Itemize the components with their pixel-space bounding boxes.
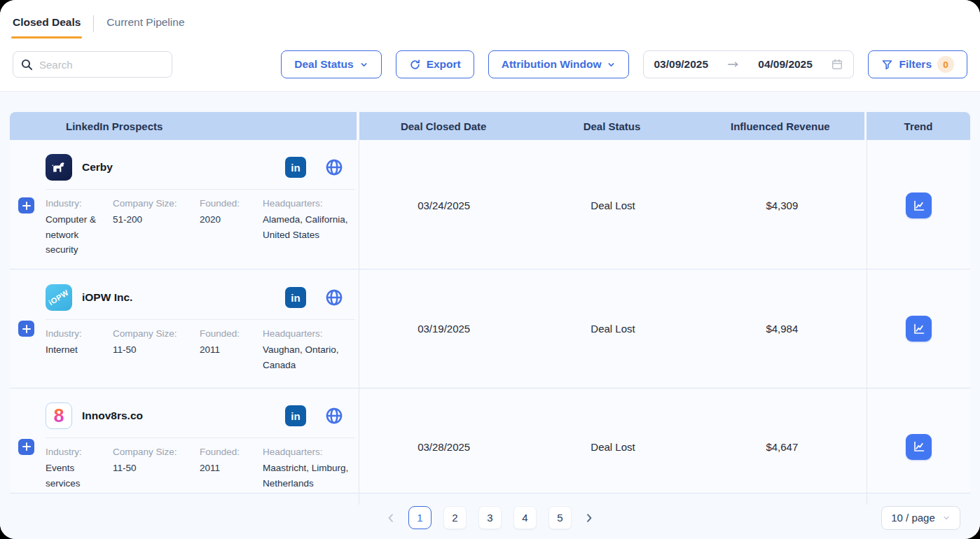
info-founded: Founded: 2020	[200, 198, 253, 258]
info-value: 2011	[200, 461, 253, 476]
trend-cell	[867, 140, 970, 272]
company-logo: 8	[46, 402, 72, 429]
toolbar-actions: Deal Status Export Attribution Window	[281, 50, 967, 78]
trend-chart-button[interactable]	[906, 316, 932, 342]
deal-status-cell: Deal Lost	[528, 441, 697, 453]
info-label: Headquarters:	[263, 447, 355, 457]
info-founded: Founded: 2011	[200, 328, 253, 372]
date-start: 03/09/2025	[654, 58, 708, 71]
info-industry: Industry: Events services	[46, 447, 103, 491]
search-box[interactable]	[13, 51, 172, 78]
prospect-cell: 8 Innov8rs.co in Industry:	[10, 388, 359, 505]
linkedin-icon[interactable]: in	[285, 405, 306, 426]
info-label: Founded:	[200, 198, 253, 209]
row-values: 03/28/2025 Deal Lost $4,647	[359, 388, 867, 505]
company-header: iOPW iOPW Inc. in	[46, 284, 355, 319]
info-label: Industry:	[46, 447, 103, 457]
info-label: Headquarters:	[263, 328, 355, 339]
attribution-window-dropdown[interactable]: Attribution Window	[488, 50, 630, 78]
chevron-down-icon	[942, 514, 951, 522]
info-label: Industry:	[46, 198, 103, 209]
calendar-icon	[831, 58, 843, 71]
funnel-icon	[881, 59, 893, 71]
company-logo: iOPW	[46, 284, 72, 311]
table-section: LinkedIn Prospects Deal Closed Date Deal…	[0, 92, 980, 539]
deal-status-cell: Deal Lost	[528, 200, 697, 211]
globe-icon[interactable]	[324, 406, 344, 426]
attribution-window-label: Attribution Window	[502, 58, 602, 71]
page-button-4[interactable]: 4	[513, 506, 537, 529]
company-info: Industry: Internet Company Size: 11-50 F…	[46, 320, 355, 372]
company-links: in	[285, 157, 355, 178]
info-value: 11-50	[113, 461, 190, 476]
info-value: 51-200	[113, 212, 190, 227]
company-block: iOPW iOPW Inc. in Industry:	[46, 284, 355, 372]
info-company-size: Company Size: 11-50	[113, 328, 190, 372]
column-header-deal-status: Deal Status	[527, 120, 696, 132]
info-value: Computer & network security	[46, 212, 103, 258]
page-button-2[interactable]: 2	[443, 506, 467, 529]
company-block: Cerby in Industry: Computer & network s	[46, 154, 355, 258]
top-section: Closed Deals Current Pipeline Deal Statu…	[0, 0, 980, 92]
info-label: Company Size:	[113, 198, 190, 209]
header-label: Trend	[904, 120, 933, 132]
previous-page-icon[interactable]	[385, 512, 396, 524]
info-value: 2020	[200, 212, 253, 227]
deal-closed-date-cell: 03/19/2025	[359, 323, 528, 335]
deal-status-label: Deal Status	[294, 58, 353, 71]
date-range-picker[interactable]: 03/09/2025 04/09/2025	[643, 50, 854, 78]
company-header: Cerby in	[46, 154, 355, 189]
globe-icon[interactable]	[324, 158, 344, 177]
company-header: 8 Innov8rs.co in	[46, 402, 355, 438]
info-value: Alameda, California, United States	[263, 212, 355, 242]
add-prospect-button[interactable]	[18, 197, 34, 214]
deal-status-cell: Deal Lost	[528, 323, 697, 335]
trend-cell	[867, 270, 970, 388]
info-company-size: Company Size: 51-200	[113, 198, 190, 258]
export-label: Export	[427, 58, 461, 71]
add-prospect-button[interactable]	[18, 439, 34, 455]
info-label: Company Size:	[113, 447, 190, 457]
page-size-select[interactable]: 10 / page	[881, 506, 960, 530]
globe-icon[interactable]	[324, 288, 344, 307]
info-industry: Industry: Computer & network security	[46, 198, 103, 258]
tab-closed-deals-label: Closed Deals	[13, 16, 81, 28]
tab-closed-deals[interactable]: Closed Deals	[13, 16, 81, 31]
filters-button[interactable]: Filters 0	[868, 50, 967, 78]
company-name: Cerby	[82, 161, 113, 174]
info-headquarters: Headquarters: Maastricht, Limburg, Nethe…	[263, 447, 355, 491]
info-headquarters: Headquarters: Alameda, California, Unite…	[263, 198, 355, 258]
info-label: Industry:	[46, 328, 103, 339]
refresh-icon	[409, 59, 421, 71]
row-values: 03/19/2025 Deal Lost $4,984	[359, 270, 867, 388]
deal-closed-date-cell: 03/24/2025	[359, 200, 528, 211]
export-button[interactable]: Export	[396, 50, 474, 78]
info-label: Founded:	[200, 447, 253, 457]
column-header-trend: Trend	[867, 112, 970, 140]
logo-text: iOPW	[48, 288, 71, 307]
prospect-cell: iOPW iOPW Inc. in Industry:	[10, 270, 359, 388]
page-button-1[interactable]: 1	[408, 506, 432, 529]
search-input[interactable]	[39, 59, 165, 71]
logo-text: 8	[53, 405, 64, 427]
next-page-icon[interactable]	[584, 512, 595, 524]
linkedin-icon[interactable]: in	[285, 157, 306, 178]
influenced-revenue-cell: $4,984	[698, 323, 867, 335]
info-value: Events services	[46, 461, 103, 491]
company-block: 8 Innov8rs.co in Industry:	[46, 402, 355, 491]
page-button-5[interactable]: 5	[548, 506, 572, 529]
tab-current-pipeline[interactable]: Current Pipeline	[106, 16, 184, 31]
chevron-down-icon	[359, 60, 368, 69]
trend-cell	[867, 388, 970, 505]
tab-current-pipeline-label: Current Pipeline	[106, 16, 184, 28]
deal-status-dropdown[interactable]: Deal Status	[281, 50, 381, 78]
search-icon	[20, 58, 34, 71]
date-end: 04/09/2025	[758, 58, 813, 71]
trend-chart-button[interactable]	[906, 434, 932, 460]
info-value: Maastricht, Limburg, Netherlands	[263, 461, 355, 491]
page-button-3[interactable]: 3	[478, 506, 502, 529]
linkedin-icon[interactable]: in	[285, 287, 306, 308]
page-size-value: 10 / page	[891, 512, 935, 524]
trend-chart-button[interactable]	[906, 192, 932, 218]
add-prospect-button[interactable]	[18, 321, 34, 337]
